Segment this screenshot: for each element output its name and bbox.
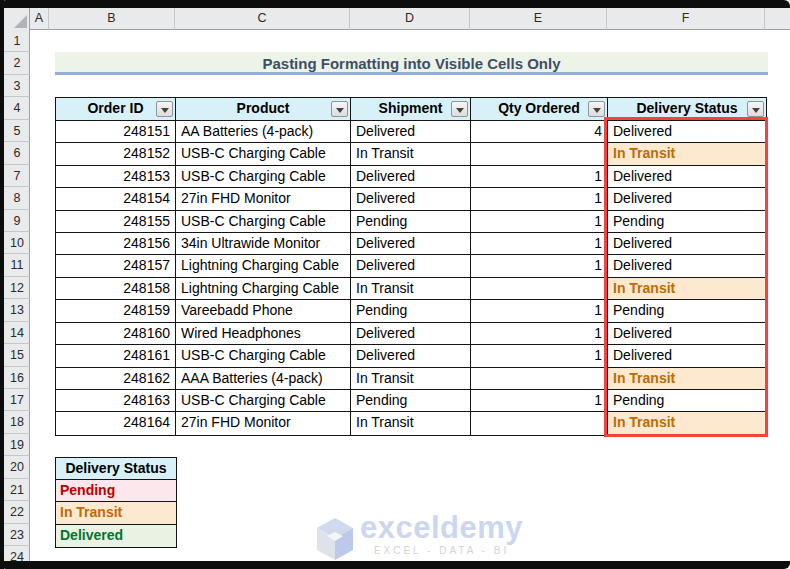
sheet-title-cell[interactable]: Pasting Formatting into Visible Cells On… <box>55 52 768 75</box>
row-header-22[interactable]: 22 <box>4 501 30 523</box>
filter-button-shipment[interactable] <box>451 101 468 117</box>
cell-qty[interactable]: 1 <box>471 390 608 412</box>
cell-order-id[interactable]: 248162 <box>56 368 176 390</box>
cell-product[interactable]: Vareebadd Phone <box>176 300 351 322</box>
table-header-delivery-status[interactable]: Delivery Status <box>608 98 766 120</box>
row-header-20[interactable]: 20 <box>4 456 30 478</box>
cell-status[interactable]: Delivered <box>608 345 766 367</box>
legend-item-pending[interactable]: Pending <box>56 480 176 502</box>
row-header-21[interactable]: 21 <box>4 479 30 501</box>
cell-shipment[interactable]: Delivered <box>351 121 471 143</box>
cell-product[interactable]: Wired Headphones <box>176 323 351 345</box>
cell-order-id[interactable]: 248153 <box>56 166 176 188</box>
filter-button-delivery-status[interactable] <box>747 101 764 117</box>
cell-order-id[interactable]: 248160 <box>56 323 176 345</box>
cell-shipment[interactable]: In Transit <box>351 278 471 300</box>
row-header-4[interactable]: 4 <box>4 97 30 119</box>
cell-shipment[interactable]: Pending <box>351 211 471 233</box>
table-header-product[interactable]: Product <box>176 98 351 120</box>
cell-order-id[interactable]: 248156 <box>56 233 176 255</box>
cell-product[interactable]: 27in FHD Monitor <box>176 412 351 434</box>
cell-order-id[interactable]: 248154 <box>56 188 176 210</box>
row-header-12[interactable]: 12 <box>4 277 30 299</box>
cell-product[interactable]: USB-C Charging Cable <box>176 211 351 233</box>
cell-qty[interactable]: 1 <box>471 211 608 233</box>
row-header-5[interactable]: 5 <box>4 120 30 142</box>
cell-order-id[interactable]: 248152 <box>56 143 176 165</box>
cell-qty[interactable]: 1 <box>471 166 608 188</box>
cell-product[interactable]: USB-C Charging Cable <box>176 345 351 367</box>
legend-item-delivered[interactable]: Delivered <box>56 525 176 547</box>
cell-status[interactable]: Pending <box>608 211 766 233</box>
column-header-f[interactable]: F <box>607 8 765 30</box>
cell-shipment[interactable]: Delivered <box>351 166 471 188</box>
cell-order-id[interactable]: 248163 <box>56 390 176 412</box>
cell-qty[interactable]: 4 <box>471 121 608 143</box>
row-header-24[interactable]: 24 <box>4 546 30 561</box>
column-header-d[interactable]: D <box>350 8 470 30</box>
row-header-1[interactable]: 1 <box>4 30 30 52</box>
table-header-order-id[interactable]: Order ID <box>56 98 176 120</box>
cell-shipment[interactable]: In Transit <box>351 143 471 165</box>
cell-shipment[interactable]: Delivered <box>351 345 471 367</box>
cell-product[interactable]: USB-C Charging Cable <box>176 390 351 412</box>
cell-product[interactable]: 34in Ultrawide Monitor <box>176 233 351 255</box>
cell-shipment[interactable]: Delivered <box>351 323 471 345</box>
cell-status[interactable]: In Transit <box>608 143 766 165</box>
cell-qty[interactable]: 1 <box>471 188 608 210</box>
row-header-18[interactable]: 18 <box>4 411 30 433</box>
cell-qty[interactable] <box>471 412 608 434</box>
row-header-14[interactable]: 14 <box>4 322 30 344</box>
cell-qty[interactable]: 1 <box>471 255 608 277</box>
cell-status[interactable]: Delivered <box>608 233 766 255</box>
cell-status[interactable]: Delivered <box>608 255 766 277</box>
cell-order-id[interactable]: 248158 <box>56 278 176 300</box>
cell-shipment[interactable]: Delivered <box>351 233 471 255</box>
cell-status[interactable]: Delivered <box>608 166 766 188</box>
cell-shipment[interactable]: In Transit <box>351 412 471 434</box>
cell-qty[interactable] <box>471 278 608 300</box>
cell-order-id[interactable]: 248161 <box>56 345 176 367</box>
row-header-19[interactable]: 19 <box>4 434 30 456</box>
cell-status[interactable]: In Transit <box>608 368 766 390</box>
cell-order-id[interactable]: 248155 <box>56 211 176 233</box>
cell-order-id[interactable]: 248151 <box>56 121 176 143</box>
cell-product[interactable]: 27in FHD Monitor <box>176 188 351 210</box>
row-header-13[interactable]: 13 <box>4 299 30 321</box>
cell-shipment[interactable]: Delivered <box>351 188 471 210</box>
cell-status[interactable]: Pending <box>608 300 766 322</box>
row-header-9[interactable]: 9 <box>4 210 30 232</box>
row-header-16[interactable]: 16 <box>4 367 30 389</box>
cell-status[interactable]: In Transit <box>608 278 766 300</box>
row-header-15[interactable]: 15 <box>4 344 30 366</box>
cell-qty[interactable]: 1 <box>471 233 608 255</box>
cell-status[interactable]: Delivered <box>608 121 766 143</box>
cell-product[interactable]: AA Batteries (4-pack) <box>176 121 351 143</box>
cell-product[interactable]: USB-C Charging Cable <box>176 143 351 165</box>
row-header-10[interactable]: 10 <box>4 232 30 254</box>
row-header-6[interactable]: 6 <box>4 142 30 164</box>
cell-status[interactable]: Pending <box>608 390 766 412</box>
cell-product[interactable]: Lightning Charging Cable <box>176 278 351 300</box>
row-header-11[interactable]: 11 <box>4 254 30 276</box>
cell-status[interactable]: In Transit <box>608 412 766 434</box>
select-all-corner[interactable] <box>4 8 30 30</box>
column-header-b[interactable]: B <box>49 8 175 30</box>
cell-order-id[interactable]: 248164 <box>56 412 176 434</box>
cell-qty[interactable] <box>471 368 608 390</box>
table-header-qty-ordered[interactable]: Qty Ordered <box>471 98 608 120</box>
filter-button-order-id[interactable] <box>156 101 173 117</box>
cell-shipment[interactable]: Delivered <box>351 255 471 277</box>
row-header-17[interactable]: 17 <box>4 389 30 411</box>
row-header-2[interactable]: 2 <box>4 52 30 74</box>
filter-button-product[interactable] <box>331 101 348 117</box>
column-header-e[interactable]: E <box>470 8 607 30</box>
cell-order-id[interactable]: 248157 <box>56 255 176 277</box>
legend-item-in-transit[interactable]: In Transit <box>56 502 176 524</box>
cell-status[interactable]: Delivered <box>608 323 766 345</box>
column-header-c[interactable]: C <box>175 8 350 30</box>
cell-product[interactable]: USB-C Charging Cable <box>176 166 351 188</box>
cell-product[interactable]: AAA Batteries (4-pack) <box>176 368 351 390</box>
cell-qty[interactable]: 1 <box>471 345 608 367</box>
cell-qty[interactable]: 1 <box>471 300 608 322</box>
